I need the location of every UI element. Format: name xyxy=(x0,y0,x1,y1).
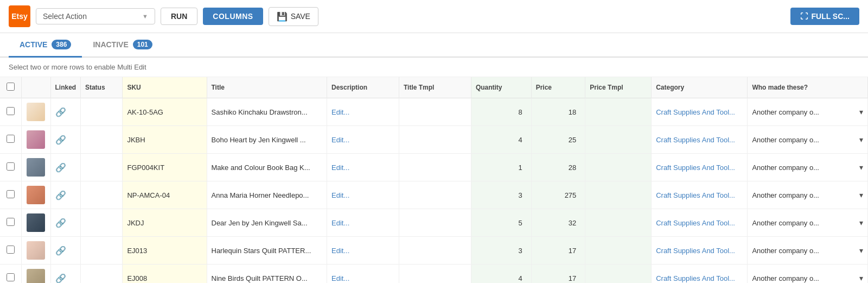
header-category: Category xyxy=(652,77,748,98)
row-linked-cell: 🔗 xyxy=(50,98,80,126)
who-made-value: Another company o... xyxy=(752,219,819,227)
row-quantity-cell: 5 xyxy=(471,209,531,237)
select-all-checkbox[interactable] xyxy=(7,83,15,91)
link-icon[interactable]: 🔗 xyxy=(55,191,66,200)
row-price-cell: 25 xyxy=(531,126,585,154)
row-price-tmpl-cell xyxy=(585,126,652,154)
row-category-cell: Craft Supplies And Tool... xyxy=(652,154,748,181)
table-row: 🔗 EJ008 Nine Birds Quilt PATTERN O... Ed… xyxy=(0,265,868,284)
edit-link[interactable]: Edit... xyxy=(331,191,349,199)
who-made-value: Another company o... xyxy=(752,274,819,282)
row-title-tmpl-cell xyxy=(399,181,471,209)
row-title-tmpl-cell xyxy=(399,98,471,126)
chevron-down-icon[interactable]: ▾ xyxy=(859,191,863,199)
row-quantity-cell: 4 xyxy=(471,126,531,154)
row-description-cell[interactable]: Edit... xyxy=(327,265,399,284)
edit-link[interactable]: Edit... xyxy=(331,163,349,172)
link-icon[interactable]: 🔗 xyxy=(55,246,66,255)
row-title-cell: Sashiko Kinchaku Drawstron... xyxy=(207,98,327,126)
row-price-cell: 17 xyxy=(531,265,585,284)
row-sku-cell: NP-AMCA-04 xyxy=(123,181,207,209)
save-label: SAVE xyxy=(291,12,310,21)
chevron-down-icon[interactable]: ▾ xyxy=(859,108,863,116)
etsy-logo: Etsy xyxy=(9,5,30,27)
row-price-tmpl-cell xyxy=(585,209,652,237)
category-link[interactable]: Craft Supplies And Tool... xyxy=(656,191,735,199)
product-thumbnail xyxy=(27,130,45,149)
row-checkbox-6[interactable] xyxy=(7,273,15,281)
chevron-down-icon[interactable]: ▾ xyxy=(859,246,863,255)
row-checkbox-4[interactable] xyxy=(7,218,15,226)
edit-link[interactable]: Edit... xyxy=(331,136,349,144)
product-thumbnail xyxy=(27,103,45,121)
select-action-dropdown[interactable]: Select Action ▼ xyxy=(36,8,155,24)
row-quantity-cell: 3 xyxy=(471,181,531,209)
who-made-value: Another company o... xyxy=(752,191,819,199)
product-thumbnail xyxy=(27,269,45,283)
category-link[interactable]: Craft Supplies And Tool... xyxy=(656,108,735,116)
category-link[interactable]: Craft Supplies And Tool... xyxy=(656,136,735,144)
row-title-tmpl-cell xyxy=(399,237,471,265)
row-category-cell: Craft Supplies And Tool... xyxy=(652,126,748,154)
link-icon[interactable]: 🔗 xyxy=(55,218,66,228)
category-link[interactable]: Craft Supplies And Tool... xyxy=(656,274,735,282)
row-category-cell: Craft Supplies And Tool... xyxy=(652,98,748,126)
row-description-cell[interactable]: Edit... xyxy=(327,209,399,237)
row-who-made-cell: Another company o... ▾ xyxy=(748,237,868,265)
edit-link[interactable]: Edit... xyxy=(331,108,349,116)
row-description-cell[interactable]: Edit... xyxy=(327,154,399,181)
link-icon[interactable]: 🔗 xyxy=(55,274,66,283)
row-description-cell[interactable]: Edit... xyxy=(327,237,399,265)
fullscreen-button[interactable]: ⛶ FULL SC... xyxy=(790,8,859,25)
row-img-cell xyxy=(22,265,50,284)
row-img-cell xyxy=(22,237,50,265)
row-category-cell: Craft Supplies And Tool... xyxy=(652,237,748,265)
row-status-cell xyxy=(80,181,123,209)
chevron-down-icon[interactable]: ▾ xyxy=(859,135,863,144)
category-link[interactable]: Craft Supplies And Tool... xyxy=(656,219,735,227)
row-price-tmpl-cell xyxy=(585,237,652,265)
row-title-tmpl-cell xyxy=(399,126,471,154)
row-price-tmpl-cell xyxy=(585,98,652,126)
chevron-down-icon[interactable]: ▾ xyxy=(859,274,863,282)
row-checkbox-cell xyxy=(0,265,22,284)
row-price-cell: 18 xyxy=(531,98,585,126)
save-button[interactable]: 💾 SAVE xyxy=(269,7,318,26)
tab-active[interactable]: ACTIVE 386 xyxy=(9,33,82,58)
row-checkbox-0[interactable] xyxy=(7,107,15,115)
header-sku: SKU xyxy=(123,77,207,98)
header-who-made: Who made these? xyxy=(748,77,868,98)
row-price-tmpl-cell xyxy=(585,154,652,181)
row-description-cell[interactable]: Edit... xyxy=(327,98,399,126)
row-title-cell: Nine Birds Quilt PATTERN O... xyxy=(207,265,327,284)
row-checkbox-5[interactable] xyxy=(7,246,15,254)
row-title-cell: Make and Colour Book Bag K... xyxy=(207,154,327,181)
row-description-cell[interactable]: Edit... xyxy=(327,126,399,154)
row-price-tmpl-cell xyxy=(585,181,652,209)
category-link[interactable]: Craft Supplies And Tool... xyxy=(656,247,735,255)
row-status-cell xyxy=(80,237,123,265)
chevron-down-icon[interactable]: ▾ xyxy=(859,218,863,227)
edit-link[interactable]: Edit... xyxy=(331,219,349,227)
row-description-cell[interactable]: Edit... xyxy=(327,181,399,209)
row-checkbox-2[interactable] xyxy=(7,162,15,171)
row-checkbox-cell xyxy=(0,181,22,209)
product-thumbnail xyxy=(27,158,45,177)
link-icon[interactable]: 🔗 xyxy=(55,135,66,144)
chevron-down-icon[interactable]: ▾ xyxy=(859,163,863,172)
table-row: 🔗 NP-AMCA-04 Anna Maria Horner Needlepo.… xyxy=(0,181,868,209)
chevron-down-icon: ▼ xyxy=(142,13,148,20)
columns-button[interactable]: COLUMNS xyxy=(203,8,263,25)
who-made-value: Another company o... xyxy=(752,108,819,116)
run-button[interactable]: RUN xyxy=(161,8,197,25)
row-img-cell xyxy=(22,181,50,209)
link-icon[interactable]: 🔗 xyxy=(55,108,66,117)
edit-link[interactable]: Edit... xyxy=(331,247,349,255)
category-link[interactable]: Craft Supplies And Tool... xyxy=(656,163,735,172)
link-icon[interactable]: 🔗 xyxy=(55,163,66,172)
row-who-made-cell: Another company o... ▾ xyxy=(748,154,868,181)
row-checkbox-3[interactable] xyxy=(7,190,15,198)
tab-inactive[interactable]: INACTIVE 101 xyxy=(82,33,163,58)
edit-link[interactable]: Edit... xyxy=(331,274,349,282)
row-checkbox-1[interactable] xyxy=(7,135,15,143)
